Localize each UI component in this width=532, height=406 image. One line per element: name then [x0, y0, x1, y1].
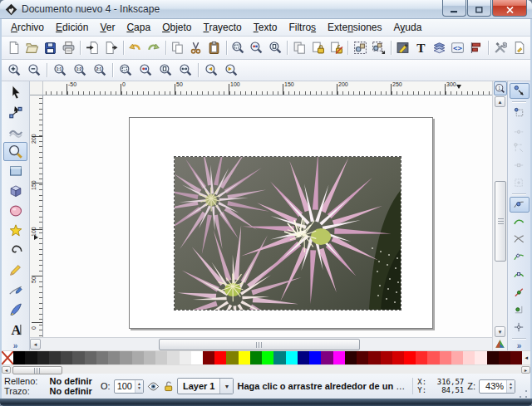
- swatch-36[interactable]: [427, 351, 439, 364]
- layers-dialog-button[interactable]: [431, 38, 449, 57]
- pencil-tool-button[interactable]: [3, 261, 27, 280]
- swatch-21[interactable]: [250, 351, 262, 364]
- layer-selector[interactable]: Layer 1 ▼: [177, 378, 234, 394]
- pen-tool-button[interactable]: [3, 281, 27, 300]
- horizontal-scroll-thumb[interactable]: [159, 339, 360, 350]
- swatch-23[interactable]: [273, 351, 285, 364]
- swatch-30[interactable]: [357, 351, 368, 364]
- menu-edicion[interactable]: Edición: [50, 20, 94, 35]
- snap-path-intersections-button[interactable]: [510, 232, 530, 247]
- import-bitmap-button[interactable]: [83, 38, 101, 57]
- text-dialog-button[interactable]: T: [412, 38, 431, 57]
- scroll-down-arrow[interactable]: ▾: [495, 326, 505, 337]
- swatch-27[interactable]: [321, 351, 332, 364]
- snapbar-overflow[interactable]: »: [517, 341, 522, 350]
- menu-texto[interactable]: Texto: [248, 20, 283, 35]
- zoom-spinbox[interactable]: 43% ▲▼: [479, 379, 515, 394]
- snap-bbox-edge-midpoints-button[interactable]: [510, 158, 530, 174]
- swatch-29[interactable]: [345, 351, 357, 364]
- zoom-next-button[interactable]: [221, 61, 241, 80]
- swatch-28[interactable]: [333, 351, 345, 364]
- open-document-button[interactable]: [22, 38, 41, 57]
- star-tool-button[interactable]: [3, 221, 27, 240]
- color-management-toggle[interactable]: [495, 337, 505, 350]
- opacity-spinbox[interactable]: 100 ▲▼: [114, 379, 144, 394]
- copy-button[interactable]: [169, 38, 187, 57]
- swatch-20[interactable]: [239, 351, 250, 364]
- menu-trayecto[interactable]: Trayecto: [198, 20, 248, 35]
- document-page[interactable]: [129, 117, 433, 329]
- swatch-22[interactable]: [262, 351, 273, 364]
- cut-button[interactable]: [187, 38, 205, 57]
- group-selection-button[interactable]: [351, 38, 369, 57]
- vertical-scrollbar[interactable]: [494, 107, 506, 326]
- swatch-34[interactable]: [404, 351, 416, 364]
- swatch-8[interactable]: [96, 351, 108, 364]
- swatch-38[interactable]: [451, 351, 463, 364]
- title-bar[interactable]: Documento nuevo 4 - Inkscape: [0, 0, 532, 19]
- snap-bbox-edges-button[interactable]: [510, 122, 530, 138]
- palette-scroll-left[interactable]: ◂: [2, 366, 11, 374]
- swatch-25[interactable]: [298, 351, 309, 364]
- undo-button[interactable]: [126, 38, 144, 57]
- vertical-ruler[interactable]: 200150100500: [30, 95, 43, 337]
- window-resize-grip[interactable]: [519, 389, 528, 399]
- zoom-1-2-button[interactable]: 1:2: [70, 61, 90, 80]
- zoom-1-1-button[interactable]: 1:1: [50, 61, 70, 80]
- swatch-43[interactable]: [510, 351, 522, 364]
- snap-line-midpoints-button[interactable]: [510, 285, 530, 301]
- node-tool-button[interactable]: [3, 103, 27, 122]
- scroll-left-arrow[interactable]: ◂: [30, 339, 41, 350]
- swatch-39[interactable]: [463, 351, 475, 364]
- swatch-10[interactable]: [120, 351, 131, 364]
- save-document-button[interactable]: [41, 38, 59, 57]
- zoom-out-button[interactable]: [24, 61, 44, 80]
- menu-ver[interactable]: Ver: [94, 20, 121, 35]
- ungroup-selection-button[interactable]: [369, 38, 387, 57]
- palette-scrollbar[interactable]: ◂ ▸: [2, 364, 530, 374]
- menu-archivo[interactable]: Archivo: [5, 20, 50, 35]
- palette-shift-left[interactable]: ◂: [522, 351, 530, 364]
- swatch-33[interactable]: [392, 351, 404, 364]
- create-clone-button[interactable]: [308, 38, 327, 57]
- swatch-4[interactable]: [49, 351, 61, 364]
- zoom-2-1-button[interactable]: 2:1: [90, 61, 110, 80]
- layer-visibility-icon[interactable]: [147, 381, 160, 392]
- zoom-page-width-button[interactable]: [175, 61, 195, 80]
- maximize-button[interactable]: [467, 0, 491, 17]
- zoom-to-page-button[interactable]: [266, 38, 284, 57]
- menu-extensiones[interactable]: Extensiones: [322, 20, 387, 35]
- snap-bounding-box-button[interactable]: [510, 105, 530, 120]
- canvas[interactable]: [43, 95, 492, 337]
- swatch-40[interactable]: [475, 351, 486, 364]
- menu-ayuda[interactable]: Ayuda: [388, 20, 428, 35]
- zoom-spin-arrows[interactable]: ▲▼: [506, 380, 515, 393]
- vertical-scroll-thumb[interactable]: [495, 181, 506, 262]
- horizontal-ruler[interactable]: -50050100150200250300350: [43, 81, 492, 95]
- zoom-to-selection-button[interactable]: [229, 38, 248, 57]
- horizontal-scrollbar[interactable]: ◂: [30, 337, 492, 350]
- snap-rotation-centers-button[interactable]: [510, 320, 530, 335]
- zoom-to-drawing-button[interactable]: [248, 38, 266, 57]
- swatch-42[interactable]: [499, 351, 510, 364]
- menu-capa[interactable]: Capa: [121, 20, 156, 35]
- new-document-button[interactable]: [4, 38, 22, 57]
- snap-bbox-corners-button[interactable]: [510, 139, 530, 155]
- sticky-zoom-toggle[interactable]: 1: [494, 81, 507, 95]
- swatch-13[interactable]: [155, 351, 167, 364]
- scroll-up-arrow[interactable]: ▴: [495, 96, 505, 107]
- swatch-none[interactable]: [2, 351, 13, 364]
- snap-cusp-nodes-button[interactable]: [510, 249, 530, 265]
- swatch-2[interactable]: [25, 351, 37, 364]
- swatch-12[interactable]: [144, 351, 155, 364]
- snap-bbox-centers-button[interactable]: [510, 175, 530, 191]
- swatch-7[interactable]: [85, 351, 96, 364]
- swatch-11[interactable]: [132, 351, 144, 364]
- swatch-19[interactable]: [226, 351, 238, 364]
- swatch-16[interactable]: [191, 351, 203, 364]
- snap-nodes-paths-button[interactable]: [510, 197, 530, 213]
- snap-smooth-nodes-button[interactable]: [510, 267, 530, 282]
- xml-editor-button[interactable]: <>: [449, 38, 467, 57]
- palette-scroll-thumb[interactable]: [12, 366, 62, 374]
- unlink-clone-button[interactable]: [327, 38, 345, 57]
